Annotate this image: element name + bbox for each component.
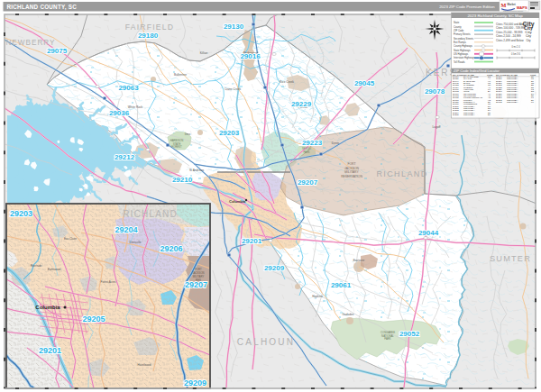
svg-text:RICHLAND: RICHLAND bbox=[123, 209, 178, 219]
svg-text:Rice Creek: Rice Creek bbox=[280, 80, 294, 84]
svg-text:Cities 100,000 - 749,999: Cities 100,000 - 749,999 bbox=[496, 26, 526, 30]
svg-text:PARK: PARK bbox=[304, 150, 310, 154]
svg-text:Dentsville: Dentsville bbox=[129, 241, 141, 244]
svg-text:Columbia: Columbia bbox=[229, 199, 246, 204]
svg-text:Cities 2,500 - 24,999: Cities 2,500 - 24,999 bbox=[496, 34, 521, 38]
svg-text:COLUMBIA: COLUMBIA bbox=[463, 114, 475, 116]
svg-text:Hazelwood: Hazelwood bbox=[138, 363, 151, 367]
svg-text:Interstate Highways: Interstate Highways bbox=[454, 56, 475, 59]
svg-text:29180: 29180 bbox=[138, 32, 159, 40]
svg-text:NEWBERRY: NEWBERRY bbox=[5, 39, 55, 47]
svg-text:29204: 29204 bbox=[115, 225, 137, 234]
svg-text:Killian: Killian bbox=[200, 51, 208, 55]
svg-text:St Andrews: St Andrews bbox=[189, 169, 205, 172]
svg-text:2023 ZIP Code Premium Edition: 2023 ZIP Code Premium Edition bbox=[439, 5, 495, 9]
svg-text:M: M bbox=[501, 2, 507, 8]
svg-text:FORT: FORT bbox=[347, 162, 355, 166]
svg-text:29062: 29062 bbox=[496, 101, 502, 104]
svg-text:29207: 29207 bbox=[185, 280, 207, 289]
svg-text:29205: 29205 bbox=[82, 315, 105, 324]
svg-text:RICHLAND COUNTY, SC: RICHLAND COUNTY, SC bbox=[7, 4, 78, 11]
svg-text:CALHOUN: CALHOUN bbox=[237, 337, 295, 347]
svg-text:29063: 29063 bbox=[118, 84, 139, 92]
svg-text:SESQUI: SESQUI bbox=[302, 147, 311, 150]
svg-text:ZIP Code: ZIP Code bbox=[454, 29, 464, 32]
svg-text:29203: 29203 bbox=[219, 129, 240, 137]
svg-text:City: City bbox=[525, 30, 532, 34]
svg-text:29223: 29223 bbox=[302, 139, 323, 147]
svg-text:ZIP Code Index/Grid Locator: ZIP Code Index/Grid Locator bbox=[454, 68, 500, 73]
svg-text:Crane Creek: Crane Creek bbox=[225, 87, 241, 91]
svg-text:0 mi 2 4: 0 mi 2 4 bbox=[511, 45, 520, 49]
svg-text:Primary Streets: Primary Streets bbox=[454, 32, 471, 36]
svg-text:29061: 29061 bbox=[331, 281, 352, 289]
svg-text:PARK: PARK bbox=[384, 337, 391, 341]
svg-text:US Highways: US Highways bbox=[454, 52, 469, 56]
svg-text:Customized Mapping Solutions: Customized Mapping Solutions bbox=[503, 10, 523, 12]
svg-text:29045: 29045 bbox=[354, 79, 375, 87]
svg-text:Market: Market bbox=[508, 3, 516, 6]
svg-text:29205: 29205 bbox=[453, 114, 459, 116]
svg-text:White Rock: White Rock bbox=[128, 105, 143, 109]
svg-text:29075: 29075 bbox=[47, 47, 68, 55]
svg-text:RESERVATION: RESERVATION bbox=[341, 175, 362, 178]
svg-text:29229: 29229 bbox=[291, 100, 312, 108]
svg-text:29212: 29212 bbox=[115, 153, 135, 161]
svg-text:Eau Claire: Eau Claire bbox=[64, 237, 77, 241]
svg-text:Earlewood: Earlewood bbox=[48, 268, 61, 271]
svg-text:Cities 2,499 and Below: Cities 2,499 and Below bbox=[496, 39, 525, 42]
svg-text:State Highways: State Highways bbox=[454, 49, 471, 52]
svg-text:COLUMBIA: COLUMBIA bbox=[507, 101, 518, 104]
svg-text:Gadsden: Gadsden bbox=[343, 313, 354, 316]
svg-text:Hopkins: Hopkins bbox=[312, 295, 323, 298]
svg-text:29203: 29203 bbox=[10, 209, 32, 218]
svg-text:0 km 3 6: 0 km 3 6 bbox=[511, 52, 521, 56]
svg-text:29209: 29209 bbox=[184, 378, 206, 387]
svg-text:2023 Richland County, SC Map: 2023 Richland County, SC Map bbox=[467, 14, 523, 18]
svg-text:County Highways: County Highways bbox=[454, 44, 473, 48]
svg-text:29206: 29206 bbox=[160, 244, 182, 253]
svg-text:29036: 29036 bbox=[109, 109, 130, 117]
svg-text:29210: 29210 bbox=[172, 176, 193, 184]
svg-text:29201: 29201 bbox=[242, 237, 262, 245]
svg-text:Irmo: Irmo bbox=[185, 132, 191, 136]
svg-text:Exit Ramps: Exit Ramps bbox=[454, 41, 466, 44]
svg-text:MILITARY: MILITARY bbox=[344, 170, 359, 174]
svg-text:MAPS: MAPS bbox=[517, 5, 527, 10]
svg-text:Lugoff: Lugoff bbox=[433, 125, 441, 129]
svg-text:29052: 29052 bbox=[399, 330, 420, 338]
svg-text:Eastover: Eastover bbox=[353, 259, 366, 262]
svg-text:29209: 29209 bbox=[264, 264, 285, 272]
svg-text:RICHLAND: RICHLAND bbox=[376, 169, 427, 178]
svg-text:29016: 29016 bbox=[240, 52, 261, 60]
svg-text:FAIRFIELD: FAIRFIELD bbox=[125, 23, 174, 32]
svg-text:29078: 29078 bbox=[425, 87, 445, 96]
svg-text:Ballentine: Ballentine bbox=[174, 73, 187, 77]
svg-text:JACKSON: JACKSON bbox=[344, 167, 360, 170]
svg-text:Dents: Dents bbox=[332, 141, 340, 145]
svg-text:Riverside: Riverside bbox=[31, 264, 42, 268]
svg-text:Toll Roads: Toll Roads bbox=[454, 60, 465, 64]
svg-text:FOREST: FOREST bbox=[171, 145, 182, 149]
svg-text:State: State bbox=[454, 21, 460, 24]
svg-text:Cities 25,000 - 99,999: Cities 25,000 - 99,999 bbox=[496, 31, 523, 34]
svg-text:29201: 29201 bbox=[39, 346, 61, 355]
svg-text:City: City bbox=[526, 39, 531, 42]
svg-text:29207: 29207 bbox=[298, 178, 318, 187]
svg-text:Secondary Streets: Secondary Streets bbox=[454, 37, 474, 41]
svg-text:29044: 29044 bbox=[418, 229, 439, 237]
svg-text:County: County bbox=[454, 25, 462, 29]
svg-text:Columbia: Columbia bbox=[35, 305, 60, 310]
svg-text:29130: 29130 bbox=[224, 23, 244, 31]
svg-text:SUMTER: SUMTER bbox=[490, 254, 531, 263]
svg-text:Forest Acres: Forest Acres bbox=[101, 280, 116, 284]
